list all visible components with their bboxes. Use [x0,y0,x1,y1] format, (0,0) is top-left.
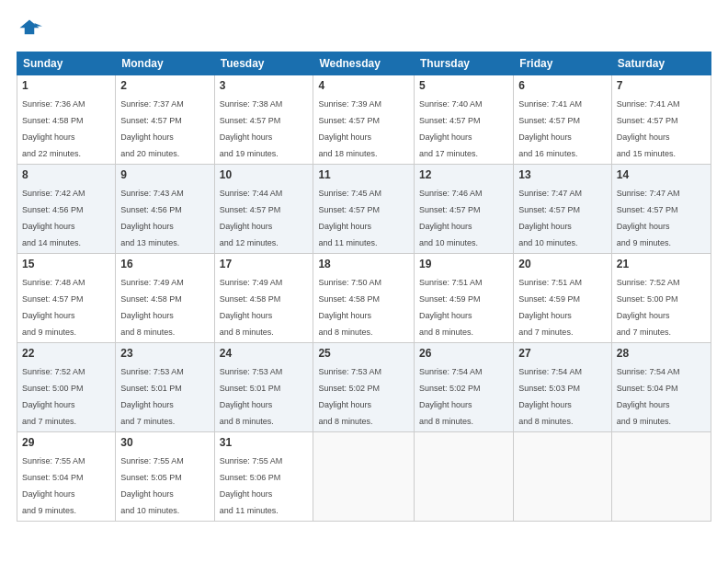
day-detail: Sunrise: 7:54 AMSunset: 5:02 PMDaylight … [419,367,483,426]
day-detail: Sunrise: 7:47 AMSunset: 4:57 PMDaylight … [617,189,680,247]
day-detail: Sunrise: 7:45 AMSunset: 4:57 PMDaylight … [318,189,381,247]
weekday-header: Saturday [611,52,711,75]
calendar-day-cell: 15 Sunrise: 7:48 AMSunset: 4:57 PMDaylig… [17,254,116,343]
day-number: 23 [120,347,209,360]
calendar-day-cell: 16 Sunrise: 7:49 AMSunset: 4:58 PMDaylig… [116,254,214,343]
day-detail: Sunrise: 7:40 AMSunset: 4:57 PMDaylight … [419,99,483,158]
day-detail: Sunrise: 7:53 AMSunset: 5:01 PMDaylight … [220,367,283,426]
day-number: 19 [419,258,508,270]
day-detail: Sunrise: 7:47 AMSunset: 4:57 PMDaylight … [518,189,582,247]
day-detail: Sunrise: 7:53 AMSunset: 5:01 PMDaylight … [120,367,184,426]
calendar-day-cell: 2 Sunrise: 7:37 AMSunset: 4:57 PMDayligh… [116,75,214,165]
day-number: 2 [120,79,209,92]
calendar-day-cell: 3 Sunrise: 7:38 AMSunset: 4:57 PMDayligh… [214,75,313,165]
calendar-day-cell: 22 Sunrise: 7:52 AMSunset: 5:00 PMDaylig… [17,343,116,432]
day-number: 4 [318,79,409,92]
day-number: 17 [220,258,309,270]
day-number: 6 [518,79,607,92]
day-number: 3 [220,79,309,92]
day-number: 18 [318,258,409,270]
day-number: 14 [617,168,706,181]
day-number: 26 [419,347,508,360]
day-detail: Sunrise: 7:38 AMSunset: 4:57 PMDaylight … [220,99,283,158]
weekday-header: Tuesday [214,52,313,75]
calendar-day-cell: 31 Sunrise: 7:55 AMSunset: 5:06 PMDaylig… [214,432,313,522]
logo [17,17,46,42]
calendar-day-cell: 9 Sunrise: 7:43 AMSunset: 4:56 PMDayligh… [116,165,214,254]
day-detail: Sunrise: 7:46 AMSunset: 4:57 PMDaylight … [419,189,483,247]
day-detail: Sunrise: 7:52 AMSunset: 5:00 PMDaylight … [617,278,680,337]
calendar-day-cell: 12 Sunrise: 7:46 AMSunset: 4:57 PMDaylig… [415,165,514,254]
day-detail: Sunrise: 7:51 AMSunset: 4:59 PMDaylight … [419,278,483,337]
calendar-day-cell: 25 Sunrise: 7:53 AMSunset: 5:02 PMDaylig… [313,343,415,432]
calendar-day-cell: 28 Sunrise: 7:54 AMSunset: 5:04 PMDaylig… [611,343,711,432]
calendar-day-cell: 26 Sunrise: 7:54 AMSunset: 5:02 PMDaylig… [415,343,514,432]
day-number: 8 [22,168,110,181]
calendar-day-cell: 20 Sunrise: 7:51 AMSunset: 4:59 PMDaylig… [514,254,612,343]
calendar-day-cell: 8 Sunrise: 7:42 AMSunset: 4:56 PMDayligh… [17,165,116,254]
day-number: 29 [22,436,110,449]
calendar-day-cell: 17 Sunrise: 7:49 AMSunset: 4:58 PMDaylig… [214,254,313,343]
day-number: 11 [318,168,409,181]
day-number: 16 [120,258,209,270]
calendar-day-cell: 14 Sunrise: 7:47 AMSunset: 4:57 PMDaylig… [611,165,711,254]
day-number: 25 [318,347,409,360]
day-number: 7 [617,79,706,92]
calendar-day-cell: 21 Sunrise: 7:52 AMSunset: 5:00 PMDaylig… [611,254,711,343]
calendar-day-cell [313,432,415,522]
calendar-day-cell: 1 Sunrise: 7:36 AMSunset: 4:58 PMDayligh… [17,75,116,165]
svg-marker-0 [20,20,40,35]
calendar-week-row: 22 Sunrise: 7:52 AMSunset: 5:00 PMDaylig… [17,343,711,432]
calendar-day-cell: 18 Sunrise: 7:50 AMSunset: 4:58 PMDaylig… [313,254,415,343]
calendar-header-row: SundayMondayTuesdayWednesdayThursdayFrid… [17,52,711,75]
calendar-day-cell [611,432,711,522]
calendar-week-row: 15 Sunrise: 7:48 AMSunset: 4:57 PMDaylig… [17,254,711,343]
day-number: 9 [120,168,209,181]
day-detail: Sunrise: 7:49 AMSunset: 4:58 PMDaylight … [120,278,184,337]
day-detail: Sunrise: 7:50 AMSunset: 4:58 PMDaylight … [318,278,381,337]
day-detail: Sunrise: 7:39 AMSunset: 4:57 PMDaylight … [318,99,381,158]
day-number: 30 [120,436,209,449]
calendar-day-cell: 7 Sunrise: 7:41 AMSunset: 4:57 PMDayligh… [611,75,711,165]
day-detail: Sunrise: 7:42 AMSunset: 4:56 PMDaylight … [22,189,85,247]
day-number: 27 [518,347,607,360]
day-detail: Sunrise: 7:41 AMSunset: 4:57 PMDaylight … [617,99,680,158]
day-detail: Sunrise: 7:36 AMSunset: 4:58 PMDaylight … [22,99,85,158]
day-detail: Sunrise: 7:52 AMSunset: 5:00 PMDaylight … [22,367,85,426]
weekday-header: Monday [116,52,214,75]
calendar-day-cell: 6 Sunrise: 7:41 AMSunset: 4:57 PMDayligh… [514,75,612,165]
day-number: 24 [220,347,309,360]
calendar-day-cell [514,432,612,522]
weekday-header: Sunday [17,52,116,75]
calendar-day-cell: 11 Sunrise: 7:45 AMSunset: 4:57 PMDaylig… [313,165,415,254]
day-detail: Sunrise: 7:55 AMSunset: 5:06 PMDaylight … [220,456,283,515]
calendar-day-cell: 4 Sunrise: 7:39 AMSunset: 4:57 PMDayligh… [313,75,415,165]
day-detail: Sunrise: 7:49 AMSunset: 4:58 PMDaylight … [220,278,283,337]
calendar-day-cell: 29 Sunrise: 7:55 AMSunset: 5:04 PMDaylig… [17,432,116,522]
day-number: 1 [22,79,110,92]
calendar-day-cell: 23 Sunrise: 7:53 AMSunset: 5:01 PMDaylig… [116,343,214,432]
page: SundayMondayTuesdayWednesdayThursdayFrid… [0,0,728,563]
calendar-day-cell: 19 Sunrise: 7:51 AMSunset: 4:59 PMDaylig… [415,254,514,343]
day-detail: Sunrise: 7:41 AMSunset: 4:57 PMDaylight … [518,99,582,158]
day-detail: Sunrise: 7:54 AMSunset: 5:03 PMDaylight … [518,367,582,426]
weekday-header: Friday [514,52,612,75]
day-number: 13 [518,168,607,181]
day-detail: Sunrise: 7:44 AMSunset: 4:57 PMDaylight … [220,189,283,247]
day-detail: Sunrise: 7:55 AMSunset: 5:04 PMDaylight … [22,456,85,515]
calendar-day-cell: 24 Sunrise: 7:53 AMSunset: 5:01 PMDaylig… [214,343,313,432]
day-number: 31 [220,436,309,449]
weekday-header: Thursday [415,52,514,75]
logo-icon [17,17,42,42]
day-detail: Sunrise: 7:54 AMSunset: 5:04 PMDaylight … [617,367,680,426]
calendar-day-cell [415,432,514,522]
header [17,17,711,42]
day-number: 20 [518,258,607,270]
calendar-day-cell: 27 Sunrise: 7:54 AMSunset: 5:03 PMDaylig… [514,343,612,432]
day-detail: Sunrise: 7:37 AMSunset: 4:57 PMDaylight … [120,99,184,158]
calendar-day-cell: 10 Sunrise: 7:44 AMSunset: 4:57 PMDaylig… [214,165,313,254]
day-detail: Sunrise: 7:43 AMSunset: 4:56 PMDaylight … [120,189,184,247]
day-number: 21 [617,258,706,270]
day-detail: Sunrise: 7:51 AMSunset: 4:59 PMDaylight … [518,278,582,337]
calendar-week-row: 8 Sunrise: 7:42 AMSunset: 4:56 PMDayligh… [17,165,711,254]
